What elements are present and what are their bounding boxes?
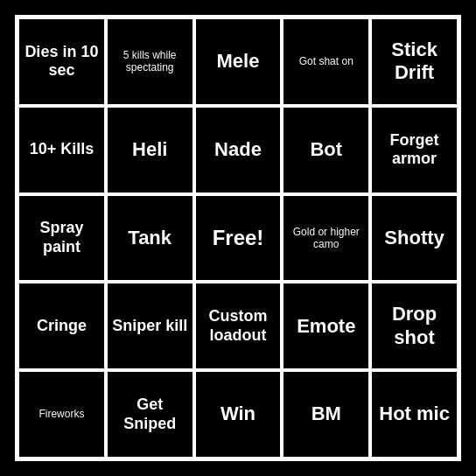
cell-r3c0[interactable]: Cringe xyxy=(18,282,106,370)
cell-r1c4[interactable]: Forget armor xyxy=(370,106,458,194)
cell-text-r0c2: Mele xyxy=(217,50,260,73)
cell-text-r4c0: Fireworks xyxy=(38,408,84,420)
cell-text-r1c1: Heli xyxy=(132,138,167,161)
cell-r0c1[interactable]: 5 kills while spectating xyxy=(106,18,194,106)
cell-text-r4c2: Win xyxy=(220,402,256,425)
cell-r3c4[interactable]: Drop shot xyxy=(370,282,458,370)
cell-r3c1[interactable]: Sniper kill xyxy=(106,282,194,370)
cell-text-r4c4: Hot mic xyxy=(379,402,450,425)
cell-text-r0c1: 5 kills while spectating xyxy=(111,49,189,74)
cell-r2c0[interactable]: Spray paint xyxy=(18,194,106,283)
cell-r2c1[interactable]: Tank xyxy=(106,194,194,283)
cell-r4c2[interactable]: Win xyxy=(194,370,283,458)
cell-text-r3c3: Emote xyxy=(297,315,355,338)
cell-r0c3[interactable]: Got shat on xyxy=(282,18,370,106)
bingo-board: Dies in 10 sec5 kills while spectatingMe… xyxy=(15,15,461,461)
cell-r3c3[interactable]: Emote xyxy=(282,282,370,370)
cell-r4c1[interactable]: Get Sniped xyxy=(106,370,194,458)
cell-r4c0[interactable]: Fireworks xyxy=(18,370,106,458)
cell-text-r2c4: Shotty xyxy=(384,227,444,249)
cell-text-r1c0: 10+ Kills xyxy=(30,140,94,159)
cell-text-r3c1: Sniper kill xyxy=(112,317,187,336)
cell-r1c2[interactable]: Nade xyxy=(194,106,283,194)
cell-text-r0c3: Got shat on xyxy=(299,55,354,67)
cell-text-r1c2: Nade xyxy=(214,138,262,161)
cell-r4c4[interactable]: Hot mic xyxy=(370,370,458,458)
cell-text-r0c4: Stick Drift xyxy=(375,38,453,85)
cell-r4c3[interactable]: BM xyxy=(282,370,370,458)
cell-text-r4c1: Get Sniped xyxy=(111,396,189,433)
cell-text-r3c0: Cringe xyxy=(37,317,87,336)
cell-text-r1c4: Forget armor xyxy=(375,131,453,169)
cell-text-r3c4: Drop shot xyxy=(375,303,453,349)
cell-r0c4[interactable]: Stick Drift xyxy=(370,18,458,106)
cell-text-r2c3: Gold or higher camo xyxy=(287,226,365,251)
cell-r1c0[interactable]: 10+ Kills xyxy=(18,106,106,194)
cell-text-r1c3: Bot xyxy=(310,138,342,161)
cell-r2c4[interactable]: Shotty xyxy=(370,194,458,283)
cell-text-r2c0: Spray paint xyxy=(23,219,101,256)
cell-r1c3[interactable]: Bot xyxy=(282,106,370,194)
cell-r2c3[interactable]: Gold or higher camo xyxy=(282,194,370,283)
cell-r3c2[interactable]: Custom loadout xyxy=(194,282,283,370)
cell-r0c0[interactable]: Dies in 10 sec xyxy=(18,18,106,106)
cell-text-r2c2: Free! xyxy=(213,226,264,251)
cell-text-r2c1: Tank xyxy=(128,227,172,249)
cell-text-r4c3: BM xyxy=(312,402,341,425)
cell-r1c1[interactable]: Heli xyxy=(106,106,194,194)
cell-r2c2[interactable]: Free! xyxy=(194,194,283,283)
cell-r0c2[interactable]: Mele xyxy=(194,18,283,106)
cell-text-r0c0: Dies in 10 sec xyxy=(23,43,101,80)
cell-text-r3c2: Custom loadout xyxy=(200,307,277,345)
